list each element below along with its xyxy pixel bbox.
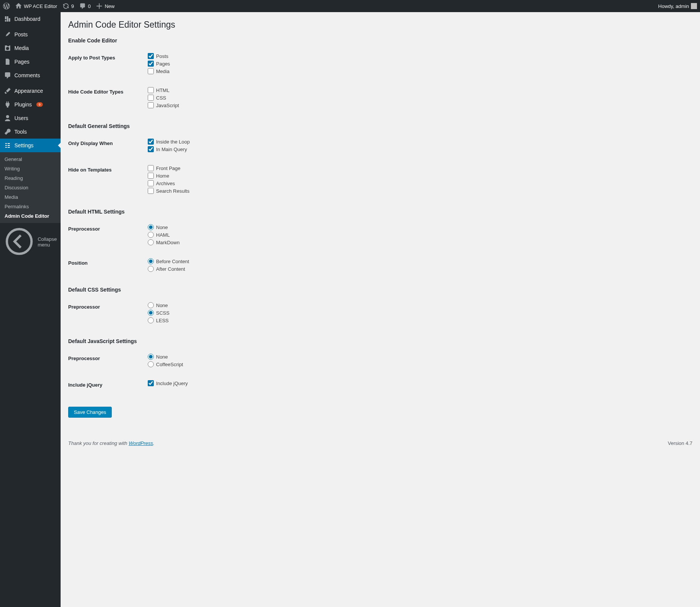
site-name-link[interactable]: WP ACE Editor	[15, 3, 57, 9]
sidebar-item-plugins[interactable]: Plugins 9	[0, 98, 61, 111]
sidebar-item-posts[interactable]: Posts	[0, 28, 61, 41]
checkbox-input[interactable]	[148, 139, 154, 145]
sidebar-item-media[interactable]: Media	[0, 41, 61, 55]
option-label: Front Page	[156, 165, 180, 171]
radio-input[interactable]	[148, 317, 154, 323]
field-label-js-preprocessor: Preprocessor	[68, 348, 144, 374]
radio-input[interactable]	[148, 361, 154, 367]
wp-logo[interactable]	[3, 3, 10, 9]
option-row[interactable]: HTML	[148, 87, 689, 93]
radio-input[interactable]	[148, 258, 154, 264]
settings-submenu: General Writing Reading Discussion Media…	[0, 152, 61, 223]
checkbox-input[interactable]	[148, 188, 154, 194]
radio-input[interactable]	[148, 239, 154, 245]
checkbox-input[interactable]	[148, 173, 154, 179]
section-general: Default General Settings	[68, 123, 692, 129]
option-row[interactable]: Include jQuery	[148, 380, 689, 386]
checkbox-input[interactable]	[148, 95, 154, 101]
option-row[interactable]: Search Results	[148, 188, 689, 194]
option-row[interactable]: Pages	[148, 61, 689, 67]
radio-input[interactable]	[148, 266, 154, 272]
option-row[interactable]: None	[148, 224, 689, 230]
radio-input[interactable]	[148, 302, 154, 308]
option-row[interactable]: Front Page	[148, 165, 689, 171]
option-label: LESS	[156, 318, 169, 323]
option-label: Include jQuery	[156, 381, 188, 386]
sidebar-item-appearance[interactable]: Appearance	[0, 84, 61, 98]
checkbox-input[interactable]	[148, 102, 154, 108]
option-row[interactable]: CSS	[148, 95, 689, 101]
field-label-css-preprocessor: Preprocessor	[68, 296, 144, 331]
footer-wordpress-link[interactable]: WordPress	[129, 440, 153, 446]
option-row[interactable]: CoffeeScript	[148, 361, 689, 367]
option-row[interactable]: Home	[148, 173, 689, 179]
option-row[interactable]: Posts	[148, 53, 689, 59]
submenu-media[interactable]: Media	[0, 192, 61, 202]
submenu-admin-code-editor[interactable]: Admin Code Editor	[0, 211, 61, 221]
checkbox-input[interactable]	[148, 61, 154, 67]
plugins-badge: 9	[36, 102, 43, 107]
comments-count: 0	[88, 3, 91, 9]
save-button[interactable]: Save Changes	[68, 407, 112, 418]
option-row[interactable]: In Main Query	[148, 146, 689, 152]
radio-input[interactable]	[148, 224, 154, 230]
submenu-discussion[interactable]: Discussion	[0, 183, 61, 192]
section-enable: Enable Code Editor	[68, 37, 692, 44]
option-row[interactable]: SCSS	[148, 310, 689, 316]
sidebar-item-label: Comments	[14, 72, 40, 78]
checkbox-input[interactable]	[148, 180, 154, 186]
radio-input[interactable]	[148, 310, 154, 316]
field-options-include-jquery: Include jQuery	[144, 374, 692, 395]
option-label: None	[156, 354, 168, 360]
option-row[interactable]: Archives	[148, 180, 689, 186]
option-row[interactable]: LESS	[148, 317, 689, 323]
radio-input[interactable]	[148, 354, 154, 360]
option-row[interactable]: MarkDown	[148, 239, 689, 245]
sidebar-item-comments[interactable]: Comments	[0, 69, 61, 82]
option-label: CSS	[156, 95, 166, 101]
submenu-permalinks[interactable]: Permalinks	[0, 202, 61, 211]
option-row[interactable]: Before Content	[148, 258, 689, 264]
footer-version: Version 4.7	[668, 440, 692, 446]
field-label-html-position: Position	[68, 253, 144, 279]
submenu-general[interactable]: General	[0, 154, 61, 164]
option-label: Pages	[156, 61, 170, 67]
field-options-html-position: Before ContentAfter Content	[144, 253, 692, 279]
wordpress-icon	[3, 3, 10, 9]
sidebar-item-pages[interactable]: Pages	[0, 55, 61, 69]
field-label-html-preprocessor: Preprocessor	[68, 218, 144, 253]
howdy-link[interactable]: Howdy, admin	[658, 3, 697, 9]
option-row[interactable]: JavaScript	[148, 102, 689, 108]
tools-icon	[4, 128, 11, 136]
svg-point-0	[7, 229, 31, 254]
submenu-reading[interactable]: Reading	[0, 173, 61, 183]
sidebar-item-settings[interactable]: Settings	[0, 139, 61, 152]
option-row[interactable]: HAML	[148, 232, 689, 238]
option-row[interactable]: Inside the Loop	[148, 139, 689, 145]
sidebar-item-users[interactable]: Users	[0, 111, 61, 125]
sidebar-item-dashboard[interactable]: Dashboard	[0, 12, 61, 26]
updates-link[interactable]: 9	[62, 3, 74, 9]
option-row[interactable]: Media	[148, 68, 689, 74]
sidebar-item-tools[interactable]: Tools	[0, 125, 61, 139]
checkbox-input[interactable]	[148, 146, 154, 152]
option-label: JavaScript	[156, 103, 179, 108]
option-label: After Content	[156, 266, 185, 272]
checkbox-input[interactable]	[148, 165, 154, 171]
option-row[interactable]: None	[148, 354, 689, 360]
checkbox-input[interactable]	[148, 68, 154, 74]
comments-link[interactable]: 0	[79, 3, 91, 9]
checkbox-input[interactable]	[148, 87, 154, 93]
field-options-only-display-when: Inside the LoopIn Main Query	[144, 133, 692, 159]
option-row[interactable]: After Content	[148, 266, 689, 272]
plus-icon	[96, 3, 103, 9]
radio-input[interactable]	[148, 232, 154, 238]
checkbox-input[interactable]	[148, 380, 154, 386]
new-link[interactable]: New	[96, 3, 114, 9]
submenu-writing[interactable]: Writing	[0, 164, 61, 173]
site-name-label: WP ACE Editor	[24, 3, 57, 9]
option-row[interactable]: None	[148, 302, 689, 308]
footer: Thank you for creating with WordPress. V…	[68, 440, 692, 446]
collapse-menu-button[interactable]: Collapse menu	[0, 223, 61, 261]
checkbox-input[interactable]	[148, 53, 154, 59]
